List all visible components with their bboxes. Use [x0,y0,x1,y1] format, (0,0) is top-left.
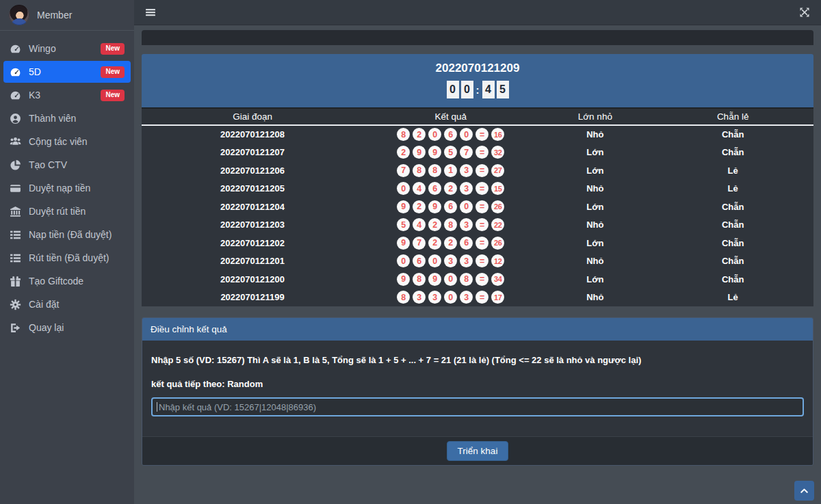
sidebar-item-label: 5D [29,66,41,77]
column-header-size: Lớn nhỏ [538,108,652,125]
result-cell: 82060=16 [363,125,538,144]
sidebar-item-wingo[interactable]: WingoNew [3,38,131,59]
credit-card-icon [10,183,21,194]
adjust-panel-title: Điều chỉnh kết quả [142,318,813,341]
equals-ball: = [475,218,488,231]
result-digit-ball: 3 [460,182,473,195]
result-digit-ball: 3 [413,291,426,304]
adjust-panel-body: Nhập 5 số (VD: 15267) Thì A sẽ là 1, B l… [142,341,813,436]
table-row: 202207012120297226=26LớnChẵn [142,234,813,252]
deploy-button[interactable]: Triển khai [447,441,509,461]
result-cell: 06033=12 [363,252,538,271]
adjust-panel: Điều chỉnh kết quả Nhập 5 số (VD: 15267)… [142,317,813,466]
result-cell: 78813=27 [363,161,538,180]
table-row: 202207012120882060=16NhỏChẵn [142,125,813,144]
period-cell: 2022070121208 [142,125,363,144]
result-digit-ball: 9 [397,237,410,250]
sidebar-item-label: Duyệt nạp tiền [29,183,90,194]
result-digit-ball: 3 [428,291,441,304]
sidebar-item-duyet-nap-tien[interactable]: Duyệt nạp tiền [3,177,131,199]
result-digit-ball: 2 [428,237,441,250]
countdown-digit: 0 [447,81,459,98]
table-row: 202207012120678813=27LớnLẻ [142,161,813,180]
size-cell: Lớn [538,198,652,216]
app: Member WingoNew5DNewK3NewThành viênCộng … [0,0,821,504]
table-row: 202207012120098908=34LớnChẵn [142,270,813,289]
result-digit-ball: 2 [428,218,441,231]
hamburger-icon[interactable] [145,7,156,18]
sidebar-item-cai-dat[interactable]: Cài đặt [3,293,131,315]
current-period: 2022070121209 [142,62,813,75]
sidebar-item-5d[interactable]: 5DNew [3,61,131,83]
result-digit-ball: 2 [413,128,426,141]
result-cell: 83303=17 [363,289,538,307]
expand-arrows-icon[interactable] [799,7,810,18]
parity-cell: Lẻ [652,289,813,307]
user-name: Member [37,10,72,21]
result-digit-ball: 9 [413,146,426,159]
user-icon [10,113,21,124]
result-digit-ball: 3 [460,218,473,231]
content: 2022070121209 0 0 : 4 5 Giai đoạn Kết qu… [134,25,821,504]
sidebar-item-label: Duyệt rút tiền [29,206,86,217]
gauge-icon [10,43,21,55]
user-panel[interactable]: Member [0,0,134,31]
new-badge: New [101,43,125,55]
result-digit-ball: 5 [444,146,457,159]
size-cell: Nhỏ [538,180,652,198]
result-digit-ball: 9 [428,146,441,159]
sum-ball: 26 [491,237,504,250]
result-digit-ball: 8 [444,218,457,231]
sidebar: Member WingoNew5DNewK3NewThành viênCộng … [0,0,134,504]
period-cell: 2022070121202 [142,234,363,252]
result-digit-ball: 7 [413,237,426,250]
sidebar-item-label: Wingo [29,43,56,54]
parity-cell: Chẵn [652,216,813,235]
equals-ball: = [475,200,488,213]
sum-ball: 12 [491,254,504,267]
column-header-parity: Chẵn lẻ [652,108,813,125]
next-result-label: kết quả tiếp theo: Random [151,379,804,389]
adjust-panel-footer: Triển khai [142,436,813,465]
parity-cell: Lẻ [652,161,813,180]
sidebar-item-nap-tien-da-duyet[interactable]: Nạp tiền (Đã duyệt) [3,224,131,246]
result-digit-ball: 0 [444,273,457,286]
sidebar-item-tao-ctv[interactable]: Tạo CTV [3,154,131,176]
sidebar-item-thanh-vien[interactable]: Thành viên [3,107,131,129]
result-digit-ball: 5 [397,218,410,231]
sidebar-item-tao-giftcode[interactable]: Tạo Giftcode [3,270,131,292]
result-input[interactable] [151,397,804,416]
countdown-digit: 0 [461,81,473,98]
scroll-top-button[interactable] [794,481,814,501]
result-cell: 29957=32 [363,144,538,162]
period-cell: 2022070121199 [142,289,363,307]
results-table-body: 202207012120882060=16NhỏChẵn202207012120… [142,125,813,306]
parity-cell: Chẵn [652,198,813,216]
gear-icon [10,299,21,310]
new-badge: New [101,90,125,101]
result-digit-ball: 3 [460,164,473,177]
sidebar-item-k3[interactable]: K3New [3,84,131,106]
result-cell: 04623=15 [363,180,538,198]
topbar [134,0,821,25]
chevron-up-icon [799,486,809,496]
sidebar-item-quay-lai[interactable]: Quay lại [3,317,131,339]
result-digit-ball: 2 [444,182,457,195]
sidebar-item-cong-tac-vien[interactable]: Cộng tác viên [3,131,131,152]
result-digit-ball: 0 [428,128,441,141]
sidebar-item-label: Cài đặt [29,299,59,310]
result-digit-ball: 6 [413,254,426,267]
result-digit-ball: 2 [397,146,410,159]
sidebar-item-label: Thành viên [29,113,76,124]
sum-ball: 32 [491,146,504,159]
sidebar-item-label: Cộng tác viên [29,136,88,147]
sidebar-item-duyet-rut-tien[interactable]: Duyệt rút tiền [3,200,131,222]
period-cell: 2022070121205 [142,180,363,198]
sum-ball: 17 [491,291,504,304]
result-input-wrap [151,397,804,416]
list-icon [10,252,21,264]
period-cell: 2022070121201 [142,252,363,271]
result-digit-ball: 6 [460,237,473,250]
sum-ball: 16 [491,128,504,141]
sidebar-item-rut-tien-da-duyet[interactable]: Rút tiền (Đã duyệt) [3,247,131,269]
